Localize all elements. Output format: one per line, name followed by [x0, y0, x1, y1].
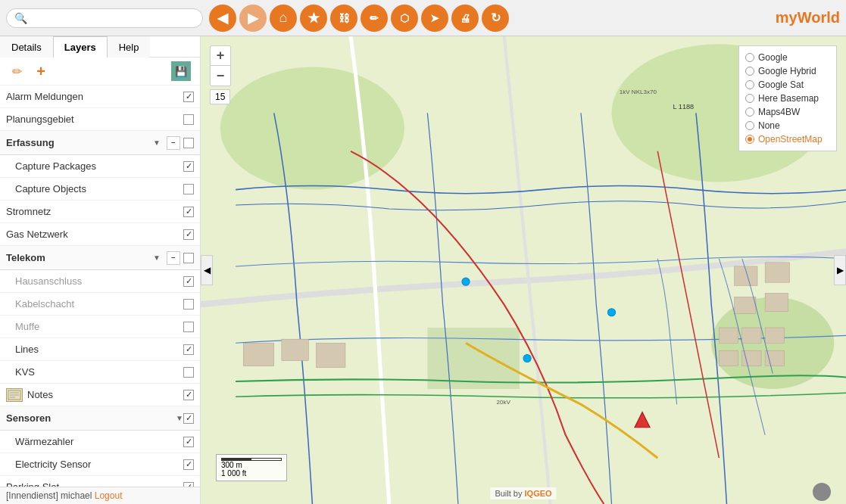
tab-details[interactable]: Details: [0, 36, 53, 58]
basemap-google[interactable]: Google: [745, 52, 830, 63]
zoom-out-button[interactable]: −: [211, 66, 230, 86]
add-layer-button[interactable]: +: [30, 61, 52, 82]
svg-rect-24: [742, 350, 761, 366]
layer-planungsgebiet[interactable]: Planungsgebiet: [0, 108, 200, 131]
zoom-in-button[interactable]: +: [211, 46, 230, 66]
layer-kabelschacht[interactable]: Kabelschacht: [0, 293, 200, 316]
basemap-osm-radio[interactable]: [745, 135, 754, 144]
layer-lines-checkbox[interactable]: [183, 344, 194, 355]
svg-rect-8: [427, 328, 520, 389]
basemap-maps4bw-radio[interactable]: [745, 107, 754, 117]
sidebar-toolbar: ✏ + 💾: [0, 58, 200, 86]
svg-rect-21: [742, 328, 761, 343]
svg-text:20kV: 20kV: [497, 399, 511, 406]
basemap-openstreetmap[interactable]: OpenStreetMap: [745, 134, 830, 145]
back-button[interactable]: ◀: [209, 5, 236, 32]
basemap-here-radio[interactable]: [745, 94, 754, 103]
layer-hausanschluss[interactable]: Hausanschluss: [0, 270, 200, 293]
sidebar: Details Layers Help ✏ + 💾 Alarm Meldunge…: [0, 36, 201, 504]
basemap-here[interactable]: Here Basemap: [745, 93, 830, 104]
basemap-here-label: Here Basemap: [758, 93, 819, 104]
map-area[interactable]: ◀ + − 15 Google Google Hybrid Google Sat: [201, 36, 846, 504]
basemap-osm-label: OpenStreetMap: [758, 134, 823, 145]
layer-capture-packages-checkbox[interactable]: [183, 161, 194, 172]
layer-lines-label: Lines: [15, 344, 183, 355]
layer-alarm-meldungen[interactable]: Alarm Meldungen: [0, 86, 200, 108]
layer-warmezahler[interactable]: Wärmezahler: [0, 431, 200, 453]
capture-button[interactable]: ⬡: [391, 5, 418, 32]
layer-planungsgebiet-label: Planungsgebiet: [6, 114, 183, 125]
layer-capture-objects[interactable]: Capture Objects: [0, 178, 200, 201]
layer-notes[interactable]: Notes: [0, 384, 200, 406]
basemap-none-label: None: [758, 120, 780, 131]
layer-muffe-checkbox[interactable]: [183, 322, 194, 332]
layers-panel: Alarm Meldungen Planungsgebiet Erfassung…: [0, 86, 200, 487]
layer-stromnetz[interactable]: Stromnetz: [0, 201, 200, 223]
collapse-sidebar-button[interactable]: ◀: [201, 255, 213, 285]
user-avatar[interactable]: [813, 483, 831, 501]
basemap-google-sat-radio[interactable]: [745, 80, 754, 89]
edit-layer-button[interactable]: ✏: [6, 61, 27, 82]
layer-capture-packages[interactable]: Capture Packages: [0, 155, 200, 178]
logo-accent: my: [776, 9, 798, 26]
layer-notes-checkbox[interactable]: [183, 390, 194, 400]
logout-link[interactable]: Logout: [95, 490, 123, 501]
layer-capture-objects-checkbox[interactable]: [183, 184, 194, 194]
layer-gas-netzwerk[interactable]: Gas Netzwerk: [0, 223, 200, 246]
layer-erfassung-checkbox[interactable]: [183, 138, 194, 148]
layer-parking-slot[interactable]: Parking Slot: [0, 476, 200, 487]
layer-group-sensoren[interactable]: Sensoren ▼: [0, 406, 200, 431]
layer-lines[interactable]: Lines: [0, 338, 200, 361]
logo-plain: World: [798, 9, 840, 26]
erfassung-collapse-btn[interactable]: −: [167, 136, 180, 150]
print-button[interactable]: 🖨: [451, 5, 479, 32]
layer-muffe-label: Muffe: [15, 321, 183, 332]
basemap-none-radio[interactable]: [745, 121, 754, 130]
basemap-google-radio[interactable]: [745, 53, 754, 62]
locate-button[interactable]: ➤: [421, 5, 448, 32]
layer-warmezahler-checkbox[interactable]: [183, 437, 194, 447]
layer-kabelschacht-checkbox[interactable]: [183, 299, 194, 310]
collapse-right-button[interactable]: ▶: [834, 255, 846, 285]
layer-gas-netzwerk-checkbox[interactable]: [183, 229, 194, 240]
search-box[interactable]: 🔍: [6, 8, 203, 28]
tab-layers[interactable]: Layers: [53, 36, 108, 58]
save-layer-button[interactable]: 💾: [171, 61, 191, 81]
tab-help[interactable]: Help: [108, 36, 151, 58]
basemap-google-hybrid[interactable]: Google Hybrid: [745, 66, 830, 76]
basemap-maps4bw[interactable]: Maps4BW: [745, 107, 830, 117]
layer-electricity-sensor[interactable]: Electricity Sensor: [0, 453, 200, 476]
edit-button[interactable]: ✏: [361, 5, 388, 32]
link-button[interactable]: ⛓: [330, 5, 357, 32]
layer-hausanschluss-checkbox[interactable]: [183, 276, 194, 287]
layer-muffe[interactable]: Muffe: [0, 316, 200, 338]
layer-stromnetz-checkbox[interactable]: [183, 207, 194, 217]
refresh-button[interactable]: ↻: [482, 5, 509, 32]
home-button[interactable]: ⌂: [270, 5, 297, 32]
search-input[interactable]: [32, 12, 195, 23]
layer-kvs[interactable]: KVS: [0, 361, 200, 384]
svg-rect-16: [735, 266, 757, 285]
layer-telekom-checkbox[interactable]: [183, 253, 194, 263]
favorites-button[interactable]: ★: [300, 5, 327, 32]
layer-group-telekom[interactable]: Telekom ▼ −: [0, 246, 200, 270]
forward-button[interactable]: ▶: [239, 5, 267, 32]
svg-rect-14: [282, 339, 308, 360]
layer-electricity-sensor-checkbox[interactable]: [183, 459, 194, 470]
zoom-level-display: 15: [210, 89, 230, 104]
service-label: [Innendienst]: [6, 490, 58, 501]
svg-rect-15: [316, 343, 345, 367]
layer-capture-packages-label: Capture Packages: [15, 160, 183, 172]
layer-sensoren-checkbox[interactable]: [183, 413, 194, 424]
layer-kvs-checkbox[interactable]: [183, 367, 194, 378]
notes-icon: [6, 388, 23, 402]
telekom-collapse-btn[interactable]: −: [167, 251, 180, 265]
username: michael: [61, 490, 92, 501]
basemap-none[interactable]: None: [745, 120, 830, 131]
layer-group-erfassung[interactable]: Erfassung ▼ −: [0, 131, 200, 155]
basemap-google-sat[interactable]: Google Sat: [745, 79, 830, 90]
layer-alarm-checkbox[interactable]: [183, 92, 194, 102]
layer-gas-netzwerk-label: Gas Netzwerk: [6, 229, 183, 240]
basemap-google-hybrid-radio[interactable]: [745, 67, 754, 76]
layer-planungsgebiet-checkbox[interactable]: [183, 114, 194, 125]
